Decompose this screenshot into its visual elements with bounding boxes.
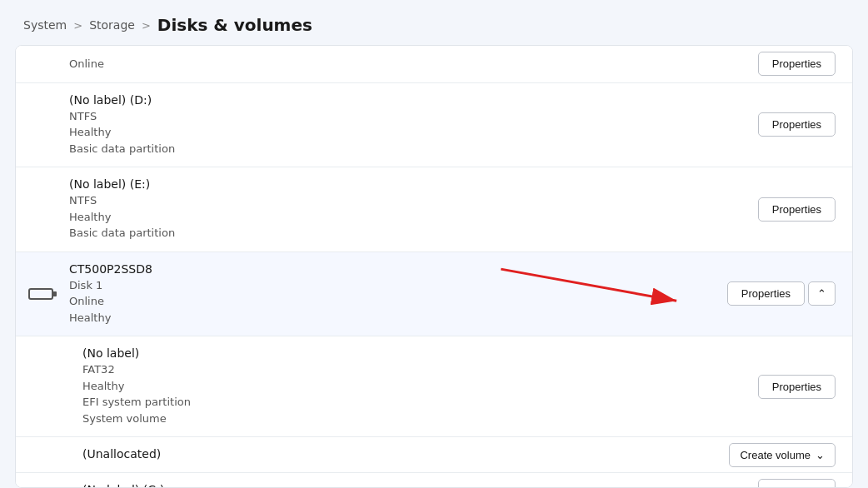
collapse-button-ct500[interactable]: ⌃: [808, 281, 836, 306]
disk-info-unallocated: (Unallocated): [66, 437, 729, 472]
disk-detail-e: NTFSHealthyBasic data partition: [69, 192, 748, 242]
disk-actions-partial: Properties: [758, 52, 852, 76]
disk-entry-fat32: (No label) FAT32HealthyEFI system partit…: [16, 336, 852, 437]
breadcrumb-sep2: >: [142, 19, 151, 32]
disk-entry-e: (No label) (E:) NTFSHealthyBasic data pa…: [16, 167, 852, 252]
disk-actions-d: Properties: [758, 112, 852, 137]
properties-button-c[interactable]: Properties: [758, 479, 836, 489]
content-area: Online Properties (No label) (D:) NTFSHe…: [15, 45, 853, 488]
properties-button-d[interactable]: Properties: [758, 112, 836, 137]
chevron-down-icon: ⌄: [816, 449, 825, 461]
disk-entry-unallocated: (Unallocated) Create volume ⌄: [16, 437, 852, 473]
properties-button-fat32[interactable]: Properties: [758, 375, 836, 399]
disk-icon-col-partial: [16, 51, 66, 77]
properties-button-e[interactable]: Properties: [758, 197, 836, 222]
breadcrumb-system: System: [23, 18, 67, 32]
disk-info-ct500: CT500P2SSD8 Disk 1OnlineHealthy: [66, 252, 727, 336]
breadcrumb-sep1: >: [73, 19, 82, 32]
disk-icon-col-fat32: [16, 373, 66, 400]
disk-detail-d: NTFSHealthyBasic data partition: [69, 108, 748, 157]
breadcrumb: System > Storage > Disks & volumes: [0, 0, 868, 45]
properties-button-partial[interactable]: Properties: [758, 52, 836, 76]
disk-icon-col-unallocated: [16, 441, 66, 468]
create-volume-label: Create volume: [740, 449, 811, 461]
disk-actions-e: Properties: [758, 197, 852, 222]
disk-icon-col-d: [16, 112, 66, 138]
page-title: Disks & volumes: [157, 15, 312, 35]
properties-button-ct500[interactable]: Properties: [727, 281, 805, 306]
disk-entry-c: (No label) (C:) Properties: [16, 473, 852, 488]
disk-detail-online-partial: Online: [69, 56, 748, 72]
disk-icon-col-c: [16, 477, 66, 488]
disk-info-c: (No label) (C:): [66, 473, 758, 488]
disk-name-fat32: (No label): [82, 346, 748, 360]
disk-icon-col-e: [16, 196, 66, 222]
disk-name-ct500: CT500P2SSD8: [69, 262, 717, 276]
disk-info-partial: Online: [66, 46, 758, 82]
disk-detail-ct500: Disk 1OnlineHealthy: [69, 277, 717, 326]
disk-name-e: (No label) (E:): [69, 177, 748, 191]
disk-info-d: (No label) (D:) NTFSHealthyBasic data pa…: [66, 83, 758, 167]
disk-entry-ct500: CT500P2SSD8 Disk 1OnlineHealthy Properti…: [16, 252, 852, 337]
disk-actions-c: Properties: [758, 479, 852, 489]
disk-actions-unallocated: Create volume ⌄: [729, 443, 852, 467]
disk-actions-ct500: Properties ⌃: [727, 281, 852, 306]
disk-name-unallocated: (Unallocated): [82, 447, 719, 461]
disk-info-fat32: (No label) FAT32HealthyEFI system partit…: [66, 336, 758, 436]
disk-actions-fat32: Properties: [758, 375, 852, 399]
create-volume-button-unallocated[interactable]: Create volume ⌄: [729, 443, 836, 467]
page-container: System > Storage > Disks & volumes Onlin…: [0, 0, 868, 488]
breadcrumb-storage: Storage: [89, 18, 135, 32]
disk-name-c: (No label) (C:): [82, 483, 748, 488]
disk-name-d: (No label) (D:): [69, 93, 748, 107]
disk-icon-col-ct500: [16, 275, 66, 313]
disk-entry-partial-top: Online Properties: [16, 46, 852, 83]
disk-drive-icon: [28, 288, 53, 300]
disk-entry-d: (No label) (D:) NTFSHealthyBasic data pa…: [16, 83, 852, 168]
disk-detail-fat32: FAT32HealthyEFI system partitionSystem v…: [82, 361, 748, 426]
disk-info-e: (No label) (E:) NTFSHealthyBasic data pa…: [66, 167, 758, 251]
